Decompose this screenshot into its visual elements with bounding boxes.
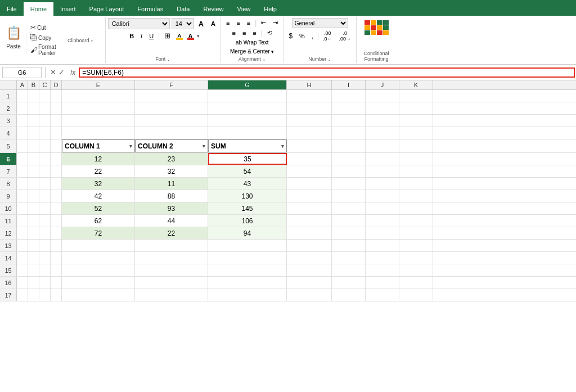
cell-f7[interactable]: 32	[135, 165, 208, 177]
align-top-left-button[interactable]: ≡	[223, 19, 232, 28]
cell-g3[interactable]	[208, 115, 287, 127]
cell-a4[interactable]	[17, 127, 28, 139]
col1-dropdown-arrow[interactable]: ▾	[129, 143, 132, 149]
cell-g8[interactable]: 43	[208, 178, 287, 190]
font-expand-icon[interactable]: ⌄	[166, 57, 170, 62]
cell-d7[interactable]	[51, 165, 62, 177]
cell-e9[interactable]: 42	[62, 190, 135, 202]
cell-a12[interactable]	[17, 227, 28, 239]
cell-g6-selected[interactable]: 35	[208, 153, 287, 165]
cell-a1[interactable]	[17, 90, 28, 102]
cell-i12[interactable]	[332, 227, 366, 239]
cell-a2[interactable]	[17, 102, 28, 114]
cell-h11[interactable]	[287, 215, 332, 227]
fill-color-button[interactable]: A	[174, 31, 184, 40]
cell-c3[interactable]	[39, 115, 51, 127]
cell-b4[interactable]	[28, 127, 39, 139]
cell-b5[interactable]	[28, 139, 39, 152]
formula-input[interactable]	[80, 69, 574, 76]
increase-indent-button[interactable]: ⇥	[270, 18, 281, 28]
row-num-3[interactable]: 3	[0, 115, 17, 127]
cell-b2[interactable]	[28, 102, 39, 114]
row-num-9[interactable]: 9	[0, 190, 17, 202]
tab-help[interactable]: Help	[257, 2, 284, 16]
cell-k2[interactable]	[399, 102, 433, 114]
cell-c6[interactable]	[39, 153, 51, 165]
row-num-16[interactable]: 16	[0, 277, 17, 289]
cell-j4[interactable]	[366, 127, 399, 139]
cell-a5[interactable]	[17, 139, 28, 152]
italic-button[interactable]: I	[138, 31, 145, 40]
cell-f6[interactable]: 23	[135, 153, 208, 165]
cell-h6[interactable]	[287, 153, 332, 165]
cell-i3[interactable]	[332, 115, 366, 127]
cell-j5[interactable]	[366, 139, 399, 152]
cell-i4[interactable]	[332, 127, 366, 139]
cell-j3[interactable]	[366, 115, 399, 127]
cell-e6[interactable]: 12	[62, 153, 135, 165]
cell-f12[interactable]: 22	[135, 227, 208, 239]
cell-c8[interactable]	[39, 178, 51, 190]
font-size-select[interactable]: 14	[172, 18, 194, 29]
cell-k7[interactable]	[399, 165, 433, 177]
cell-i6[interactable]	[332, 153, 366, 165]
cell-j1[interactable]	[366, 90, 399, 102]
cell-b6[interactable]	[28, 153, 39, 165]
cell-a11[interactable]	[17, 215, 28, 227]
cell-f3[interactable]	[135, 115, 208, 127]
align-top-center-button[interactable]: ≡	[233, 19, 242, 28]
cell-i1[interactable]	[332, 90, 366, 102]
cell-a9[interactable]	[17, 190, 28, 202]
cell-e5-header[interactable]: COLUMN 1 ▾	[62, 139, 135, 152]
cell-a10[interactable]	[17, 202, 28, 214]
cell-f2[interactable]	[135, 102, 208, 114]
cell-i11[interactable]	[332, 215, 366, 227]
row-num-15[interactable]: 15	[0, 264, 17, 276]
row-num-10[interactable]: 10	[0, 202, 17, 214]
row-num-17[interactable]: 17	[0, 289, 17, 301]
cell-a7[interactable]	[17, 165, 28, 177]
cell-h5[interactable]	[287, 139, 332, 152]
cell-f9[interactable]: 88	[135, 190, 208, 202]
comma-button[interactable]: ,	[309, 31, 316, 40]
cell-c11[interactable]	[39, 215, 51, 227]
col-header-h[interactable]: H	[287, 80, 332, 89]
cell-k1[interactable]	[399, 90, 433, 102]
cell-e4[interactable]	[62, 127, 135, 139]
cell-k10[interactable]	[399, 202, 433, 214]
cell-k8[interactable]	[399, 178, 433, 190]
cell-a6[interactable]	[17, 153, 28, 165]
cell-a8[interactable]	[17, 178, 28, 190]
cell-c1[interactable]	[39, 90, 51, 102]
align-left-button[interactable]: ≡	[230, 29, 238, 38]
cell-b7[interactable]	[28, 165, 39, 177]
row-num-12[interactable]: 12	[0, 227, 17, 239]
cell-j2[interactable]	[366, 102, 399, 114]
cell-i2[interactable]	[332, 102, 366, 114]
cell-c10[interactable]	[39, 202, 51, 214]
cell-k6[interactable]	[399, 153, 433, 165]
cell-b11[interactable]	[28, 215, 39, 227]
col-header-c[interactable]: C	[39, 80, 51, 89]
cell-reference-input[interactable]	[2, 67, 42, 78]
cell-g1[interactable]	[208, 90, 287, 102]
cell-h8[interactable]	[287, 178, 332, 190]
border-button[interactable]: ⊞	[161, 30, 173, 41]
cell-e8[interactable]: 32	[62, 178, 135, 190]
cell-j12[interactable]	[366, 227, 399, 239]
cell-h12[interactable]	[287, 227, 332, 239]
tab-data[interactable]: Data	[170, 2, 196, 16]
cell-h9[interactable]	[287, 190, 332, 202]
cell-g5-header[interactable]: SUM ▾	[208, 139, 287, 152]
cell-d5[interactable]	[51, 139, 62, 152]
cell-c2[interactable]	[39, 102, 51, 114]
cancel-formula-button[interactable]: ✕	[50, 68, 56, 76]
cell-k3[interactable]	[399, 115, 433, 127]
col-header-i[interactable]: I	[332, 80, 366, 89]
cell-j7[interactable]	[366, 165, 399, 177]
font-color-button[interactable]: A	[186, 31, 196, 40]
tab-home[interactable]: Home	[24, 2, 53, 16]
cell-d8[interactable]	[51, 178, 62, 190]
tab-formulas[interactable]: Formulas	[130, 2, 170, 16]
cell-b3[interactable]	[28, 115, 39, 127]
